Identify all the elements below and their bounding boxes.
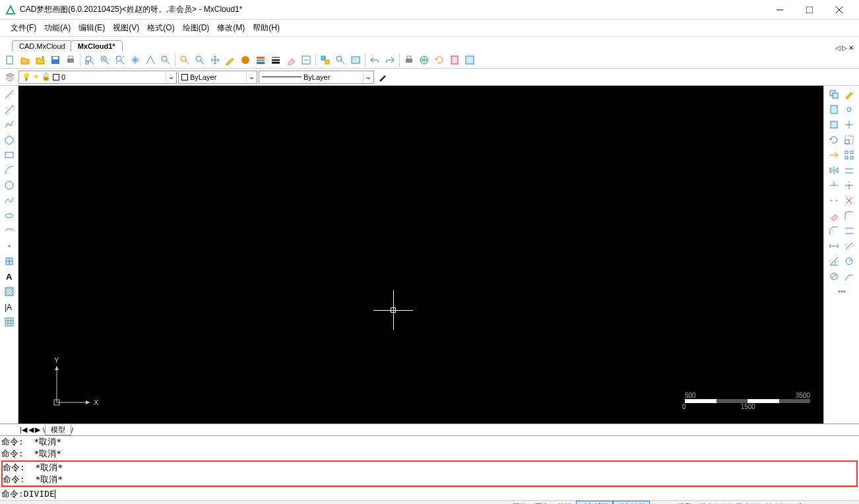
print-icon[interactable] [63,53,78,67]
dim-angular-icon[interactable] [827,254,841,268]
color-dropdown[interactable]: ByLayer ⌄ [178,71,257,84]
chamfer-icon[interactable] [827,224,841,238]
find-icon[interactable] [333,53,348,67]
tab-mxcloud1[interactable]: MxCloud1* [71,40,123,51]
array-icon[interactable] [842,148,856,162]
color-icon[interactable] [238,53,253,67]
erase-icon[interactable] [827,208,841,223]
export-icon[interactable] [462,53,477,67]
model-tab[interactable]: 模型 [45,425,71,435]
web-icon[interactable] [417,53,431,67]
otrack-button[interactable]: 对象追踪 [613,501,650,504]
command-input[interactable]: 命令: DIVIDE [0,487,859,500]
osnap-button[interactable]: 对象捕捉 [576,501,613,504]
xline-icon[interactable] [2,102,16,117]
layer-dropdown[interactable]: 💡 ☀ 🔓 0 ⌄ [18,71,177,84]
text-icon[interactable]: A [2,269,16,284]
refresh-icon[interactable] [432,53,447,67]
brush-icon[interactable] [375,70,390,84]
point-icon[interactable] [2,239,16,253]
menu-edit[interactable]: 编辑(E) [75,20,109,36]
menu-file[interactable]: 文件(F) [7,20,40,36]
polyline-icon[interactable] [2,117,16,132]
ellipse-icon[interactable] [2,208,16,223]
layout-nav-prev-icon[interactable]: ◀ [28,425,34,434]
open2-icon[interactable] [33,53,48,67]
measure-icon[interactable] [835,284,849,299]
move2-icon[interactable] [842,117,856,132]
tab-close-icon[interactable]: ✕ [848,44,854,51]
offset-icon[interactable] [842,163,856,177]
eraser-icon[interactable] [284,53,298,67]
arc-icon[interactable] [2,163,16,177]
stretch-icon[interactable] [827,148,841,162]
scale-icon[interactable] [842,133,856,147]
polygon-icon[interactable] [2,133,16,147]
mtext-icon[interactable]: |A [2,299,16,314]
redo-icon[interactable] [383,53,397,67]
rectangle-icon[interactable] [2,148,16,162]
plot-icon[interactable] [402,53,416,67]
extend-icon[interactable] [842,178,856,193]
mirror-icon[interactable] [827,163,841,177]
table-icon[interactable] [2,315,16,329]
spline-icon[interactable] [2,193,16,208]
save-icon[interactable] [48,53,63,67]
edit-icon[interactable] [223,53,238,67]
dyn-button[interactable]: DYN [650,502,673,505]
lineweight-icon[interactable] [269,53,283,67]
tab-cad-mxcloud[interactable]: CAD.MxCloud [12,40,73,51]
link-icon[interactable] [842,102,856,117]
snap-grid-button[interactable]: 栅格 [509,501,531,504]
paste-icon[interactable] [827,102,841,117]
zoom-previous-icon[interactable] [143,53,158,67]
menu-format[interactable]: 格式(O) [143,20,178,36]
drawing-canvas[interactable]: X Y 5003500 01500 [18,86,823,424]
zoom-extents-icon[interactable] [113,53,127,67]
block-icon[interactable] [2,254,16,268]
rotate-icon[interactable] [827,133,841,147]
close-button[interactable] [824,0,854,20]
lineweight-button[interactable]: 线宽 [673,501,695,504]
fillet-icon[interactable] [842,208,856,223]
new-icon[interactable] [3,53,17,67]
break-icon[interactable] [827,193,841,208]
tab-nav-left-icon[interactable]: ◁ [835,44,841,51]
trim-icon[interactable] [827,178,841,193]
menu-view[interactable]: 视图(V) [109,20,143,36]
dim-linear-icon[interactable] [827,239,841,253]
polar-button[interactable]: 极轴 [554,501,576,504]
zoom-window-icon[interactable] [82,53,97,67]
layers-icon[interactable] [253,53,268,67]
pdf-icon[interactable] [447,53,462,67]
layer-manager-icon[interactable] [3,70,17,84]
menu-function[interactable]: 功能(A) [40,20,75,36]
maximize-button[interactable] [794,0,824,20]
zoom-all-icon[interactable] [177,53,192,67]
select-icon[interactable] [318,53,333,67]
leader-icon[interactable] [842,269,856,284]
menu-modify[interactable]: 修改(M) [213,20,249,36]
zoom-realtime-icon[interactable] [158,53,173,67]
menu-draw[interactable]: 绘图(D) [179,20,214,36]
open-icon[interactable] [18,53,32,67]
minimize-button[interactable] [765,0,794,20]
match-icon[interactable] [299,53,313,67]
image-icon[interactable] [348,53,363,67]
dim-aligned-icon[interactable] [842,239,856,253]
move-icon[interactable] [208,53,222,67]
layout-nav-first-icon[interactable]: |◀ [20,425,27,434]
properties-icon[interactable] [842,87,856,102]
dim-radius-icon[interactable] [842,254,856,268]
hatch-icon[interactable] [2,284,16,299]
layout-nav-next-icon[interactable]: ▶ [35,425,40,434]
explode-icon[interactable] [842,193,856,208]
tab-nav-right-icon[interactable]: ▷ [842,44,847,51]
cut-icon[interactable] [827,117,841,132]
ellipse-arc-icon[interactable] [2,224,16,238]
copy-icon[interactable] [827,87,841,102]
zoom-center-icon[interactable] [193,53,207,67]
menu-help[interactable]: 帮助(H) [249,20,284,36]
linetype-dropdown[interactable]: ByLayer ⌄ [259,71,374,84]
line-icon[interactable] [2,87,16,102]
